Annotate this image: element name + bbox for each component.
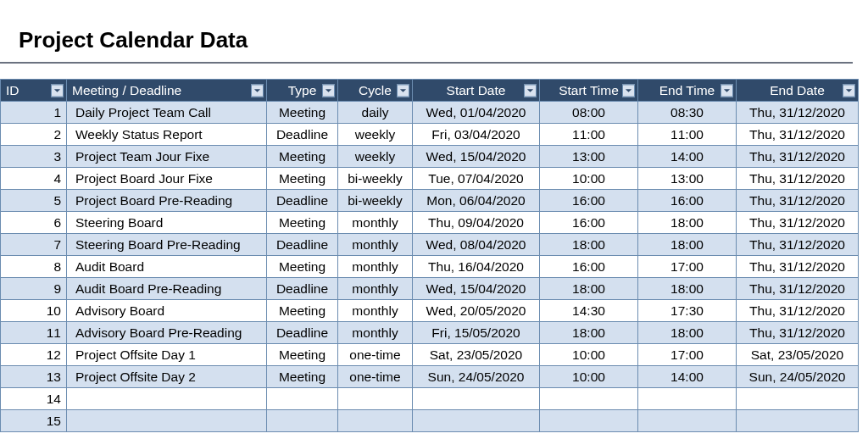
- cell-cycle: one-time: [338, 344, 413, 366]
- col-header-id[interactable]: ID: [1, 80, 67, 102]
- cell-start-time: 10:00: [540, 344, 638, 366]
- cell-start-date: Sun, 24/05/2020: [413, 366, 540, 388]
- cell-start-date: Wed, 08/04/2020: [413, 234, 540, 256]
- cell-type: Deadline: [267, 278, 338, 300]
- cell-name: Audit Board Pre-Reading: [67, 278, 267, 300]
- filter-dropdown-icon[interactable]: [322, 84, 335, 97]
- cell-end-date: Thu, 31/12/2020: [737, 190, 859, 212]
- filter-dropdown-icon[interactable]: [843, 84, 855, 97]
- col-label: End Time: [659, 83, 715, 97]
- cell-name: Weekly Status Report: [67, 124, 267, 146]
- cell-end-time: 13:00: [638, 168, 737, 190]
- cell-id: 3: [1, 146, 67, 168]
- cell-start-time: 18:00: [540, 234, 638, 256]
- col-header-end-date[interactable]: End Date: [737, 80, 859, 102]
- table-row[interactable]: 12Project Offsite Day 1Meetingone-timeSa…: [1, 344, 859, 366]
- cell-name: Project Offsite Day 1: [67, 344, 267, 366]
- cell-type: Meeting: [267, 146, 338, 168]
- cell-id: 10: [1, 300, 67, 322]
- table-row[interactable]: 7Steering Board Pre-ReadingDeadlinemonth…: [1, 234, 859, 256]
- cell-end-date: Thu, 31/12/2020: [737, 322, 859, 344]
- cell-end-time: 16:00: [638, 190, 737, 212]
- cell-type: Meeting: [267, 102, 338, 124]
- table-row[interactable]: 1Daily Project Team CallMeetingdailyWed,…: [1, 102, 859, 124]
- cell-type: [267, 410, 338, 432]
- cell-name: [67, 410, 267, 432]
- cell-cycle: [338, 410, 413, 432]
- table-row[interactable]: 15: [1, 410, 859, 432]
- cell-end-time: 14:00: [638, 366, 737, 388]
- cell-type: Deadline: [267, 124, 338, 146]
- cell-start-time: 14:30: [540, 300, 638, 322]
- cell-id: 5: [1, 190, 67, 212]
- cell-name: Steering Board: [67, 212, 267, 234]
- cell-id: 2: [1, 124, 67, 146]
- cell-end-date: Thu, 31/12/2020: [737, 146, 859, 168]
- filter-dropdown-icon[interactable]: [51, 84, 64, 97]
- cell-end-time: 18:00: [638, 322, 737, 344]
- cell-start-date: [413, 410, 540, 432]
- filter-dropdown-icon[interactable]: [524, 84, 537, 97]
- col-header-end-time[interactable]: End Time: [638, 80, 737, 102]
- cell-id: 7: [1, 234, 67, 256]
- col-header-start-date[interactable]: Start Date: [413, 80, 540, 102]
- cell-start-time: 08:00: [540, 102, 638, 124]
- cell-cycle: weekly: [338, 146, 413, 168]
- cell-name: Daily Project Team Call: [67, 102, 267, 124]
- table-row[interactable]: 2Weekly Status ReportDeadlineweeklyFri, …: [1, 124, 859, 146]
- table-row[interactable]: 8Audit BoardMeetingmonthlyThu, 16/04/202…: [1, 256, 859, 278]
- cell-start-date: Thu, 16/04/2020: [413, 256, 540, 278]
- table-row[interactable]: 11Advisory Board Pre-ReadingDeadlinemont…: [1, 322, 859, 344]
- cell-end-date: Sun, 24/05/2020: [737, 366, 859, 388]
- cell-type: Deadline: [267, 234, 338, 256]
- cell-cycle: bi-weekly: [338, 168, 413, 190]
- table-row[interactable]: 14: [1, 388, 859, 410]
- table-row[interactable]: 5Project Board Pre-ReadingDeadlinebi-wee…: [1, 190, 859, 212]
- cell-start-date: Wed, 20/05/2020: [413, 300, 540, 322]
- cell-start-time: 10:00: [540, 366, 638, 388]
- cell-start-date: Wed, 15/04/2020: [413, 146, 540, 168]
- cell-end-time: [638, 388, 737, 410]
- cell-cycle: [338, 388, 413, 410]
- filter-dropdown-icon[interactable]: [721, 84, 733, 97]
- cell-cycle: bi-weekly: [338, 190, 413, 212]
- cell-start-time: 18:00: [540, 322, 638, 344]
- filter-dropdown-icon[interactable]: [622, 84, 635, 97]
- cell-type: Meeting: [267, 168, 338, 190]
- cell-end-time: [638, 410, 737, 432]
- table-row[interactable]: 13Project Offsite Day 2Meetingone-timeSu…: [1, 366, 859, 388]
- cell-end-time: 14:00: [638, 146, 737, 168]
- cell-start-time: 10:00: [540, 168, 638, 190]
- table-row[interactable]: 3Project Team Jour FixeMeetingweeklyWed,…: [1, 146, 859, 168]
- cell-end-time: 18:00: [638, 278, 737, 300]
- cell-start-date: Thu, 09/04/2020: [413, 212, 540, 234]
- cell-name: [67, 388, 267, 410]
- cell-end-time: 18:00: [638, 212, 737, 234]
- col-header-type[interactable]: Type: [267, 80, 338, 102]
- cell-start-date: Fri, 03/04/2020: [413, 124, 540, 146]
- cell-end-date: [737, 388, 859, 410]
- cell-type: Meeting: [267, 366, 338, 388]
- cell-name: Project Board Pre-Reading: [67, 190, 267, 212]
- cell-start-date: Wed, 01/04/2020: [413, 102, 540, 124]
- cell-end-time: 17:30: [638, 300, 737, 322]
- table-row[interactable]: 9Audit Board Pre-ReadingDeadlinemonthlyW…: [1, 278, 859, 300]
- col-label: ID: [6, 83, 19, 97]
- col-header-cycle[interactable]: Cycle: [338, 80, 413, 102]
- cell-id: 13: [1, 366, 67, 388]
- col-label: Cycle: [359, 83, 392, 97]
- col-header-name[interactable]: Meeting / Deadline: [67, 80, 267, 102]
- cell-id: 4: [1, 168, 67, 190]
- filter-dropdown-icon[interactable]: [251, 84, 264, 97]
- table-row[interactable]: 10Advisory BoardMeetingmonthlyWed, 20/05…: [1, 300, 859, 322]
- cell-end-date: Thu, 31/12/2020: [737, 102, 859, 124]
- filter-dropdown-icon[interactable]: [397, 84, 409, 97]
- col-header-start-time[interactable]: Start Time: [540, 80, 638, 102]
- cell-name: Project Team Jour Fixe: [67, 146, 267, 168]
- cell-start-time: 13:00: [540, 146, 638, 168]
- col-label: Meeting / Deadline: [72, 83, 181, 97]
- cell-cycle: monthly: [338, 212, 413, 234]
- cell-start-date: [413, 388, 540, 410]
- table-row[interactable]: 4Project Board Jour FixeMeetingbi-weekly…: [1, 168, 859, 190]
- table-row[interactable]: 6Steering BoardMeetingmonthlyThu, 09/04/…: [1, 212, 859, 234]
